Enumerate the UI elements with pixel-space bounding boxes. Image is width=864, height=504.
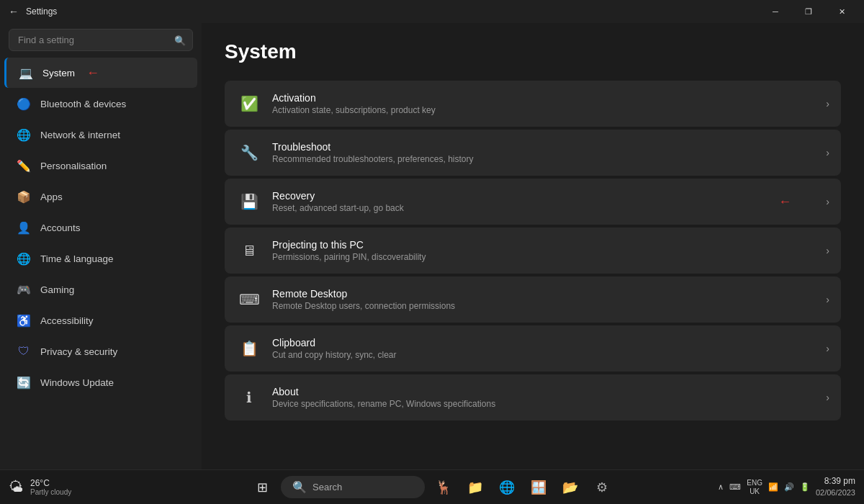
taskbar-settings-icon[interactable]: ⚙ (589, 474, 615, 500)
taskbar-right: ∧ ⌨ ENGUK 📶 🔊 🔋 8:39 pm 02/06/2023 (718, 475, 855, 498)
taskbar-time-display: 8:39 pm (816, 475, 855, 487)
sidebar-item-label-bluetooth: Bluetooth & devices (40, 99, 126, 109)
projecting-desc: Permissions, pairing PIN, discoverabilit… (272, 252, 820, 262)
recovery-desc: Reset, advanced start-up, go back (272, 203, 778, 213)
taskbar-folder-icon[interactable]: 📂 (557, 474, 583, 500)
sidebar-item-personalisation[interactable]: ✏️Personalisation (4, 150, 197, 181)
accessibility-icon: ♿ (16, 312, 32, 328)
sidebar-item-accessibility[interactable]: ♿Accessibility (4, 305, 197, 336)
recovery-red-arrow: ← (778, 194, 791, 210)
back-button[interactable]: ← (9, 6, 19, 17)
settings-item-clipboard[interactable]: 📋ClipboardCut and copy history, sync, cl… (225, 325, 841, 372)
remote-desktop-chevron: › (826, 294, 829, 305)
privacy-icon: 🛡 (16, 343, 32, 359)
sidebar-item-gaming[interactable]: 🎮Gaming (4, 274, 197, 305)
taskbar-battery-icon: 🔋 (800, 482, 810, 492)
sidebar-item-system[interactable]: 💻System← (4, 58, 197, 88)
projecting-chevron: › (826, 245, 829, 256)
settings-item-remote-desktop[interactable]: ⌨Remote DesktopRemote Desktop users, con… (225, 276, 841, 323)
apps-icon: 📦 (16, 189, 32, 204)
taskbar-files-icon[interactable]: 📁 (462, 474, 488, 500)
settings-item-activation[interactable]: ✅ActivationActivation state, subscriptio… (225, 81, 841, 127)
about-text: AboutDevice specifications, rename PC, W… (272, 386, 820, 409)
clipboard-desc: Cut and copy history, sync, clear (272, 350, 820, 360)
sidebar-item-time[interactable]: 🌐Time & language (4, 243, 197, 274)
sidebar-item-label-network: Network & internet (40, 130, 120, 140)
sidebar-item-privacy[interactable]: 🛡Privacy & security (4, 336, 197, 366)
nav-container: 💻System←🔵Bluetooth & devices🌐Network & i… (0, 57, 202, 398)
sidebar-item-label-system: System (42, 68, 75, 78)
sidebar: 🔍 💻System←🔵Bluetooth & devices🌐Network &… (0, 23, 202, 469)
app-body: 🔍 💻System←🔵Bluetooth & devices🌐Network &… (0, 23, 864, 469)
recovery-text: RecoveryReset, advanced start-up, go bac… (272, 190, 778, 213)
taskbar-search-text: Search (312, 482, 342, 492)
accounts-icon: 👤 (16, 220, 32, 235)
taskbar-search[interactable]: 🔍 Search (281, 476, 425, 498)
troubleshoot-desc: Recommended troubleshooters, preferences… (272, 154, 820, 164)
troubleshoot-text: TroubleshootRecommended troubleshooters,… (272, 141, 820, 164)
main-content: System ✅ActivationActivation state, subs… (202, 23, 864, 469)
network-icon: 🌐 (16, 127, 32, 143)
sidebar-item-label-accounts: Accounts (40, 222, 81, 233)
minimize-button[interactable]: ─ (759, 0, 792, 23)
taskbar-time[interactable]: 8:39 pm 02/06/2023 (816, 475, 855, 498)
sidebar-item-network[interactable]: 🌐Network & internet (4, 120, 197, 150)
sidebar-item-label-apps: Apps (40, 192, 63, 202)
taskbar: 🌤 26°C Partly cloudy ⊞ 🔍 Search 🦌 📁 🌐 🪟 … (0, 469, 864, 504)
bluetooth-icon: 🔵 (16, 96, 32, 112)
system-red-arrow: ← (86, 66, 99, 81)
taskbar-deer-icon[interactable]: 🦌 (431, 474, 456, 500)
time-icon: 🌐 (16, 251, 32, 266)
about-icon: ℹ (236, 384, 262, 410)
weather-icon: 🌤 (9, 479, 23, 495)
personalisation-icon: ✏️ (16, 158, 32, 174)
sidebar-item-accounts[interactable]: 👤Accounts (4, 212, 197, 243)
projecting-text: Projecting to this PCPermissions, pairin… (272, 239, 820, 262)
remote-desktop-title: Remote Desktop (272, 288, 820, 300)
settings-list: ✅ActivationActivation state, subscriptio… (225, 81, 841, 420)
settings-item-projecting[interactable]: 🖥Projecting to this PCPermissions, pairi… (225, 228, 841, 274)
taskbar-date-display: 02/06/2023 (816, 487, 855, 498)
recovery-chevron: › (826, 196, 829, 207)
activation-icon: ✅ (236, 91, 262, 117)
titlebar-controls: ─ ❐ ✕ (759, 0, 858, 23)
remote-desktop-desc: Remote Desktop users, connection permiss… (272, 301, 820, 311)
start-button[interactable]: ⊞ (249, 474, 275, 500)
sidebar-item-label-update: Windows Update (40, 377, 114, 388)
settings-item-troubleshoot[interactable]: 🔧TroubleshootRecommended troubleshooters… (225, 130, 841, 176)
search-input[interactable] (9, 29, 193, 51)
titlebar-title: Settings (26, 6, 57, 17)
taskbar-audio-icon: 🔊 (784, 482, 794, 492)
taskbar-keyboard-icon: ⌨ (729, 482, 741, 492)
sidebar-item-label-privacy: Privacy & security (40, 346, 117, 357)
titlebar-left: ← Settings (9, 6, 57, 17)
taskbar-apps-icon[interactable]: 🪟 (526, 474, 552, 500)
taskbar-edge-icon[interactable]: 🌐 (494, 474, 520, 500)
sidebar-item-bluetooth[interactable]: 🔵Bluetooth & devices (4, 89, 197, 119)
clipboard-text: ClipboardCut and copy history, sync, cle… (272, 337, 820, 360)
sidebar-item-label-gaming: Gaming (40, 284, 74, 295)
close-button[interactable]: ✕ (825, 0, 858, 23)
recovery-icon: 💾 (236, 189, 262, 215)
clipboard-icon: 📋 (236, 336, 262, 361)
taskbar-system-tray-expand[interactable]: ∧ (718, 482, 724, 492)
remote-desktop-icon: ⌨ (236, 287, 262, 312)
projecting-icon: 🖥 (236, 238, 262, 264)
clipboard-title: Clipboard (272, 337, 820, 348)
settings-item-about[interactable]: ℹAboutDevice specifications, rename PC, … (225, 374, 841, 420)
taskbar-search-icon: 🔍 (292, 480, 307, 494)
titlebar: ← Settings ─ ❐ ✕ (0, 0, 864, 23)
projecting-title: Projecting to this PC (272, 239, 820, 251)
sidebar-item-update[interactable]: 🔄Windows Update (4, 367, 197, 397)
activation-text: ActivationActivation state, subscription… (272, 92, 820, 115)
troubleshoot-title: Troubleshoot (272, 141, 820, 153)
recovery-title: Recovery (272, 190, 778, 202)
sidebar-item-label-accessibility: Accessibility (40, 315, 94, 326)
about-title: About (272, 386, 820, 397)
clipboard-chevron: › (826, 343, 829, 354)
maximize-button[interactable]: ❐ (792, 0, 825, 23)
about-desc: Device specifications, rename PC, Window… (272, 399, 820, 409)
sidebar-item-apps[interactable]: 📦Apps (4, 181, 197, 212)
taskbar-locale: ENGUK (747, 479, 762, 496)
settings-item-recovery[interactable]: 💾RecoveryReset, advanced start-up, go ba… (225, 179, 841, 225)
